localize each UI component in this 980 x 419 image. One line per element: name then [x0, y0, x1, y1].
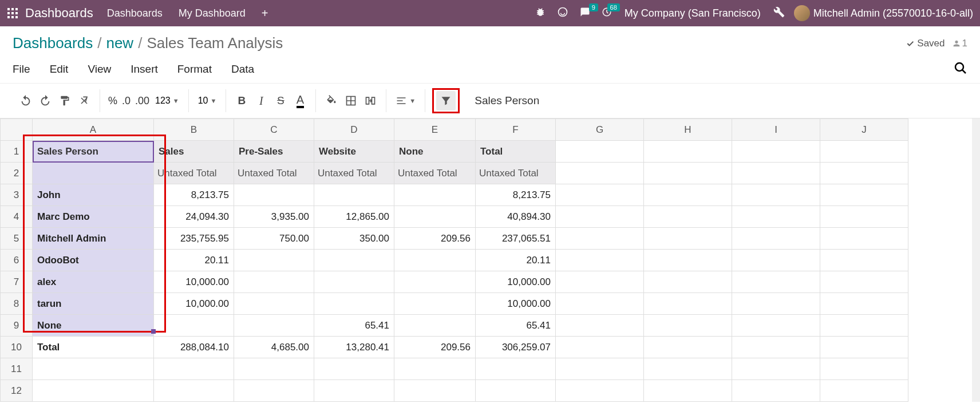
cell[interactable]: [394, 271, 476, 293]
cell[interactable]: 65.41: [314, 315, 394, 337]
cell[interactable]: alex: [33, 271, 154, 293]
support-icon[interactable]: [557, 6, 568, 21]
col-header-H[interactable]: H: [644, 119, 732, 141]
cell[interactable]: Untaxed Total: [154, 163, 234, 184]
cell[interactable]: Marc Demo: [33, 206, 154, 228]
cell[interactable]: Sales Person: [33, 141, 154, 163]
row-header[interactable]: 7: [1, 271, 33, 293]
cell[interactable]: Untaxed Total: [394, 163, 476, 184]
text-color-button[interactable]: A: [290, 91, 310, 110]
cell[interactable]: [314, 250, 394, 271]
cell[interactable]: Total: [476, 141, 556, 163]
cell[interactable]: Untaxed Total: [314, 163, 394, 184]
row-header[interactable]: 4: [1, 206, 33, 228]
cell[interactable]: [234, 271, 314, 293]
cell[interactable]: 10,000.00: [476, 271, 556, 293]
cell[interactable]: [394, 184, 476, 206]
cell[interactable]: [234, 250, 314, 271]
cell[interactable]: 24,094.30: [154, 206, 234, 228]
strike-button[interactable]: S: [271, 91, 290, 110]
menu-data[interactable]: Data: [231, 63, 254, 76]
cell[interactable]: 209.56: [394, 337, 476, 358]
col-header-C[interactable]: C: [234, 119, 314, 141]
bug-icon[interactable]: [535, 7, 546, 20]
format-percent[interactable]: %: [106, 95, 120, 107]
cell[interactable]: 209.56: [394, 228, 476, 250]
align-dropdown[interactable]: ▼: [392, 95, 419, 106]
cell[interactable]: 306,259.07: [476, 337, 556, 358]
italic-button[interactable]: I: [251, 91, 271, 110]
cell[interactable]: [154, 315, 234, 337]
cell[interactable]: 12,865.00: [314, 206, 394, 228]
name-box[interactable]: Sales Person: [475, 94, 539, 107]
font-size-dropdown[interactable]: 10▼: [195, 96, 220, 106]
cell[interactable]: [314, 184, 394, 206]
cell[interactable]: [394, 206, 476, 228]
spreadsheet[interactable]: A B C D E F G H I J 1 Sales Person Sales…: [0, 118, 980, 402]
row-header[interactable]: 11: [1, 358, 33, 380]
col-header-G[interactable]: G: [556, 119, 644, 141]
row-header[interactable]: 12: [1, 380, 33, 402]
row-header[interactable]: 6: [1, 250, 33, 271]
cell[interactable]: John: [33, 184, 154, 206]
crumb-new[interactable]: new: [106, 34, 133, 52]
cell[interactable]: 237,065.51: [476, 228, 556, 250]
vertical-scrollbar[interactable]: [972, 118, 980, 402]
col-header-E[interactable]: E: [394, 119, 476, 141]
user-count[interactable]: 1: [952, 38, 967, 49]
row-header[interactable]: 5: [1, 228, 33, 250]
col-header-I[interactable]: I: [732, 119, 820, 141]
cell[interactable]: Pre-Sales: [234, 141, 314, 163]
selection-handle[interactable]: [151, 329, 156, 334]
undo-icon[interactable]: [16, 91, 35, 110]
bold-button[interactable]: B: [232, 91, 251, 110]
col-header-F[interactable]: F: [476, 119, 556, 141]
cell[interactable]: [394, 250, 476, 271]
cell[interactable]: Website: [314, 141, 394, 163]
col-header-D[interactable]: D: [314, 119, 394, 141]
col-header-B[interactable]: B: [154, 119, 234, 141]
merge-cells-icon[interactable]: [361, 91, 380, 110]
cell[interactable]: 10,000.00: [476, 293, 556, 315]
cell[interactable]: [234, 315, 314, 337]
cell[interactable]: 40,894.30: [476, 206, 556, 228]
cell[interactable]: [314, 271, 394, 293]
menu-format[interactable]: Format: [177, 63, 212, 76]
menu-view[interactable]: View: [88, 63, 111, 76]
select-all-corner[interactable]: [1, 119, 33, 141]
cell[interactable]: 13,280.41: [314, 337, 394, 358]
cell[interactable]: 8,213.75: [154, 184, 234, 206]
cell[interactable]: tarun: [33, 293, 154, 315]
cell[interactable]: 10,000.00: [154, 293, 234, 315]
row-header[interactable]: 1: [1, 141, 33, 163]
cell[interactable]: [394, 293, 476, 315]
clear-format-icon[interactable]: [74, 91, 94, 110]
app-brand[interactable]: Dashboards: [25, 6, 93, 21]
user-menu[interactable]: Mitchell Admin (25570010-16-0-all): [813, 7, 973, 19]
cell[interactable]: None: [394, 141, 476, 163]
cell[interactable]: Total: [33, 337, 154, 358]
cell[interactable]: Untaxed Total: [234, 163, 314, 184]
crumb-root[interactable]: Dashboards: [13, 34, 93, 52]
row-header[interactable]: 8: [1, 293, 33, 315]
cell[interactable]: 20.11: [476, 250, 556, 271]
cell[interactable]: 235,755.95: [154, 228, 234, 250]
col-header-J[interactable]: J: [820, 119, 908, 141]
cell[interactable]: 10,000.00: [154, 271, 234, 293]
cell[interactable]: 288,084.10: [154, 337, 234, 358]
row-header[interactable]: 2: [1, 163, 33, 184]
paint-format-icon[interactable]: [55, 91, 74, 110]
cell[interactable]: 750.00: [234, 228, 314, 250]
redo-icon[interactable]: [35, 91, 55, 110]
avatar[interactable]: [794, 5, 810, 21]
search-icon[interactable]: [954, 61, 967, 77]
cell[interactable]: [234, 184, 314, 206]
cell[interactable]: None: [33, 315, 154, 337]
chat-icon[interactable]: 9: [580, 7, 590, 20]
menu-edit[interactable]: Edit: [50, 63, 69, 76]
add-tab-icon[interactable]: +: [262, 7, 268, 20]
cell[interactable]: 8,213.75: [476, 184, 556, 206]
row-header[interactable]: 3: [1, 184, 33, 206]
cell[interactable]: Mitchell Admin: [33, 228, 154, 250]
cell[interactable]: 3,935.00: [234, 206, 314, 228]
